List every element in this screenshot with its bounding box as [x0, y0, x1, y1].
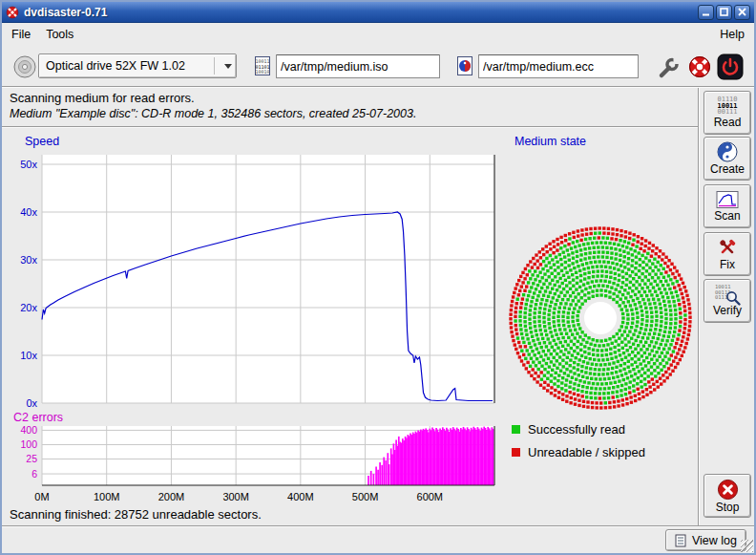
binary-icon: 01110 10011 00111: [717, 96, 737, 116]
close-icon: [738, 8, 746, 16]
legend-unreadable: Unreadable / skipped: [512, 445, 645, 459]
maximize-icon: [720, 8, 728, 16]
svg-text:10x: 10x: [20, 350, 37, 361]
drive-icon: [12, 54, 37, 79]
close-button[interactable]: [734, 5, 750, 20]
dropdown-arrow-icon: [214, 57, 232, 75]
success-swatch-icon: [512, 425, 520, 434]
drive-select-value: Optical drive 52X FW 1.02: [46, 59, 185, 73]
power-icon: [717, 53, 744, 80]
menubar: File Tools Help: [2, 24, 754, 45]
legend-unreadable-label: Unreadable / skipped: [528, 445, 645, 459]
create-button[interactable]: Create: [704, 137, 751, 181]
svg-text:6: 6: [32, 468, 37, 480]
medium-state-legend: Successfully read Unreadable / skipped: [512, 422, 645, 468]
iso-path-input[interactable]: [276, 54, 440, 78]
medium-info-line: Medium "Example disc": CD-R mode 1, 3524…: [10, 107, 416, 120]
scan-result-line: Scanning finished: 28752 unreadable sect…: [10, 507, 262, 522]
maximize-button[interactable]: [716, 5, 732, 20]
legend-success-label: Successfully read: [528, 422, 625, 437]
svg-text:100: 100: [20, 438, 37, 450]
minimize-icon: [702, 8, 710, 16]
magnifier-icon: [725, 290, 741, 306]
view-log-label: View log: [692, 534, 737, 547]
view-log-button[interactable]: View log: [665, 529, 746, 551]
menu-file[interactable]: File: [4, 26, 38, 43]
yinyang-icon: [717, 141, 738, 162]
help-button[interactable]: [686, 53, 713, 80]
menu-help[interactable]: Help: [712, 26, 752, 43]
medium-state-title: Medium state: [514, 135, 586, 148]
verify-icon: 10011 00111 01110: [715, 285, 740, 304]
scan-button[interactable]: Scan: [704, 184, 751, 228]
svg-text:30x: 30x: [20, 254, 37, 266]
verify-button[interactable]: 10011 00111 01110 Verify: [704, 279, 751, 323]
tools-icon: [716, 237, 739, 258]
svg-text:10010: 10010: [255, 69, 269, 75]
quit-button[interactable]: [716, 53, 745, 81]
minimize-button[interactable]: [698, 5, 714, 20]
preferences-button[interactable]: [655, 53, 682, 80]
toolbar-separator: [2, 86, 754, 88]
stop-icon: [717, 479, 739, 501]
unreadable-swatch-icon: [512, 448, 520, 457]
speed-chart: 0x10x20x30x40x50x: [8, 147, 498, 413]
svg-text:20x: 20x: [20, 302, 37, 313]
svg-text:40x: 40x: [20, 206, 37, 218]
drive-button[interactable]: [11, 53, 38, 80]
titlebar[interactable]: dvdisaster-0.71: [2, 2, 754, 23]
fix-button[interactable]: Fix: [704, 232, 751, 276]
status-separator: [2, 126, 698, 128]
svg-text:300M: 300M: [222, 491, 249, 502]
lifebuoy-icon: [687, 54, 712, 79]
svg-text:25: 25: [26, 453, 37, 464]
svg-text:100M: 100M: [94, 491, 120, 502]
svg-text:50x: 50x: [20, 159, 37, 170]
svg-text:0x: 0x: [26, 397, 37, 409]
ecc-path-input[interactable]: [478, 54, 639, 78]
svg-text:0M: 0M: [34, 491, 49, 502]
svg-text:400: 400: [20, 424, 37, 436]
log-icon: [675, 534, 686, 547]
action-sidebar: 01110 10011 00111 Read Create Scan: [700, 88, 756, 525]
speed-chart-title: Speed: [25, 135, 59, 148]
status-line: Scanning medium for read errors.: [10, 91, 195, 105]
toolbar: Optical drive 52X FW 1.02 10011 01101 10…: [2, 45, 754, 87]
drive-select[interactable]: Optical drive 52X FW 1.02: [38, 53, 237, 78]
svg-text:400M: 400M: [287, 491, 314, 502]
svg-text:500M: 500M: [352, 491, 379, 502]
c2-errors-chart: 6251004000M100M200M300M400M500M600M: [8, 415, 498, 506]
iso-file-icon: 10011 01101 10010: [253, 55, 272, 76]
svg-text:200M: 200M: [158, 491, 185, 502]
read-button[interactable]: 01110 10011 00111 Read: [704, 91, 751, 135]
window-title: dvdisaster-0.71: [24, 6, 107, 19]
app-window: dvdisaster-0.71 File Tools Help: [0, 0, 756, 555]
medium-state-disc: [503, 221, 698, 416]
ecc-file-icon: [455, 55, 474, 76]
dvdisaster-icon: [6, 6, 19, 19]
svg-text:600M: 600M: [417, 491, 444, 502]
wrench-icon: [657, 55, 681, 79]
legend-success: Successfully read: [512, 422, 645, 437]
stop-button[interactable]: Stop: [704, 474, 751, 518]
statusbar-separator: [2, 525, 754, 527]
resize-grip[interactable]: [741, 540, 753, 552]
chart-icon: [716, 190, 739, 209]
menu-tools[interactable]: Tools: [38, 26, 81, 43]
